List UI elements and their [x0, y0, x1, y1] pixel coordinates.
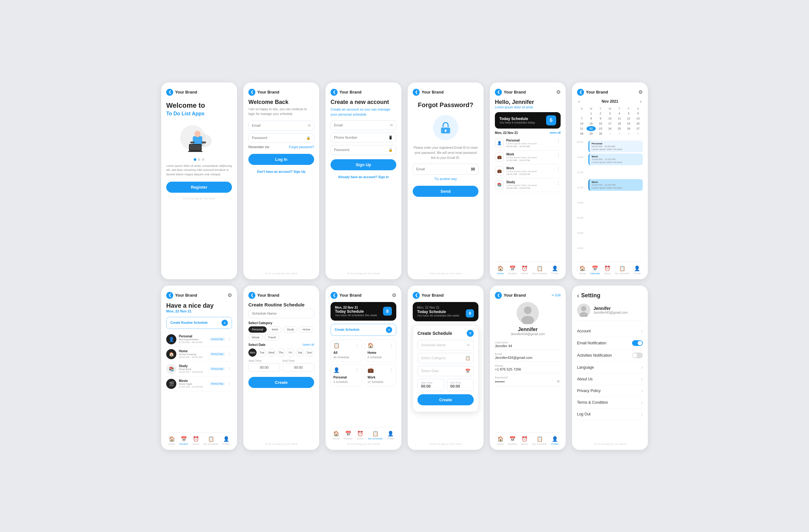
- nav-active[interactable]: ⏰ Active: [521, 265, 528, 275]
- cal-day-3[interactable]: 3: [624, 131, 634, 136]
- email-input[interactable]: [334, 123, 390, 127]
- day-mon[interactable]: Mon: [248, 349, 257, 357]
- date-field[interactable]: Select Date 📅: [417, 366, 474, 376]
- send-button[interactable]: Send: [413, 186, 479, 197]
- settings-privacy-policy[interactable]: Privacy Policy ›: [577, 385, 643, 397]
- schedule-all[interactable]: 📋 ⋮ All 48 Schedule: [330, 340, 362, 362]
- schedule-name-input[interactable]: [248, 309, 314, 318]
- settings-language[interactable]: Language ›: [577, 362, 643, 373]
- start-time-input[interactable]: [248, 363, 280, 372]
- create-schedule-button[interactable]: Create Schedule +: [330, 324, 396, 336]
- cal-day-2[interactable]: 2: [596, 111, 605, 116]
- cal-day-20[interactable]: 20: [633, 121, 643, 126]
- show-password-icon[interactable]: 👁: [556, 379, 561, 384]
- options-icon[interactable]: ⋮: [227, 352, 232, 357]
- cal-day-25[interactable]: 25: [615, 126, 624, 131]
- create-routine-button[interactable]: Create Routine Schedule +: [166, 317, 232, 329]
- cal-day-22[interactable]: 22: [587, 126, 596, 131]
- cal-day-23[interactable]: 23: [596, 126, 605, 131]
- nav-routine[interactable]: 📅 Routine: [508, 265, 517, 275]
- cal-day-7[interactable]: 7: [577, 116, 587, 121]
- cal-day-10[interactable]: 10: [605, 116, 615, 121]
- phone-field[interactable]: 📱: [330, 133, 396, 142]
- cat-home[interactable]: Home: [299, 326, 313, 333]
- settings-icon[interactable]: ⚙: [227, 292, 232, 298]
- category-field[interactable]: Select Category 📋: [417, 353, 474, 363]
- day-thu[interactable]: Thu: [277, 349, 285, 357]
- signin-link[interactable]: Sign In: [378, 175, 389, 179]
- cal-day-12[interactable]: 12: [624, 116, 634, 121]
- cal-day-1[interactable]: 1: [587, 111, 596, 116]
- close-button[interactable]: ✕: [467, 330, 474, 337]
- email-field[interactable]: ✉: [330, 120, 396, 130]
- settings-account[interactable]: Account ›: [577, 325, 643, 337]
- schedule-home[interactable]: 🏠 ⋮ Home 8 Schedule: [365, 340, 396, 362]
- cal-day-4[interactable]: 4: [633, 131, 643, 136]
- cal-day-8[interactable]: 8: [587, 116, 596, 121]
- options-icon[interactable]: ⋮: [355, 343, 359, 348]
- options-icon[interactable]: ⋮: [556, 166, 561, 172]
- cat-movie[interactable]: Movie: [248, 334, 263, 340]
- settings-icon[interactable]: ⚙: [638, 89, 643, 95]
- cal-day-21[interactable]: 21: [577, 126, 587, 131]
- cal-day-28[interactable]: 28: [577, 131, 587, 136]
- email-input[interactable]: [416, 167, 471, 171]
- nav-profile[interactable]: 👤 Profile: [551, 436, 558, 445]
- cat-travel[interactable]: Travel: [264, 334, 279, 340]
- nav-profile[interactable]: 👤 Profile: [551, 265, 558, 275]
- day-fri[interactable]: Fri: [286, 349, 294, 357]
- options-icon[interactable]: ⋮: [389, 368, 393, 372]
- day-tue[interactable]: Tue: [258, 349, 266, 357]
- nav-home[interactable]: 🏠 Home: [333, 430, 339, 440]
- nav-home[interactable]: 🏠 Home: [579, 265, 586, 275]
- cat-work[interactable]: Work: [268, 326, 282, 333]
- email-input[interactable]: [252, 124, 308, 127]
- cal-day-3[interactable]: 3: [605, 111, 615, 116]
- nav-routine[interactable]: 📅 Routine: [344, 430, 353, 440]
- options-icon[interactable]: ⋮: [556, 139, 561, 144]
- cal-day-19[interactable]: 19: [624, 121, 634, 126]
- email-field[interactable]: ✉: [248, 121, 314, 130]
- schedule-personal[interactable]: 👤 ⋮ Personal 5 Schedule: [330, 364, 362, 386]
- cal-day-9[interactable]: 9: [596, 116, 605, 121]
- try-another-link[interactable]: Try another way: [413, 177, 479, 181]
- nav-home[interactable]: 🏠 Home: [497, 265, 504, 275]
- email-field[interactable]: ✉: [413, 164, 479, 175]
- nav-home[interactable]: 🏠 Home: [169, 436, 175, 445]
- settings-icon[interactable]: ⚙: [392, 292, 396, 298]
- cal-day-1[interactable]: 1: [605, 131, 615, 136]
- event-work2[interactable]: Work 14:00 PM - 15:00 PM Lorem ipsum dol…: [588, 179, 643, 191]
- today-schedule-card[interactable]: Today Schedule You have 8 schedules toda…: [495, 112, 561, 128]
- end-time-block[interactable]: End Time 00:00: [447, 379, 474, 391]
- register-button[interactable]: Register: [166, 182, 232, 193]
- settings-terms[interactable]: Terms & Condition ›: [577, 397, 643, 408]
- cal-day-null[interactable]: [577, 111, 587, 116]
- cal-day-14[interactable]: 14: [577, 121, 587, 126]
- options-icon[interactable]: ⋮: [227, 367, 232, 372]
- nav-profile[interactable]: 👤 Profile: [387, 430, 394, 440]
- cal-day-15[interactable]: 15: [587, 121, 596, 126]
- next-month-button[interactable]: ›: [639, 99, 643, 104]
- more-all-link[interactable]: more all: [550, 131, 561, 135]
- event-personal[interactable]: Personal 09:00 AM - 10:00 AM Lorem ipsum…: [588, 141, 643, 152]
- options-icon[interactable]: ⋮: [227, 337, 232, 342]
- nav-active[interactable]: ⏰ Active: [357, 430, 364, 440]
- signup-link[interactable]: Sign Up: [294, 170, 306, 174]
- start-time-block[interactable]: Start Time 00:00: [417, 379, 444, 391]
- nav-myschedule[interactable]: 📋 My Schedule: [368, 430, 383, 440]
- cal-day-27[interactable]: 27: [633, 126, 643, 131]
- end-time-input[interactable]: [282, 363, 314, 372]
- cat-study[interactable]: Study: [283, 326, 297, 333]
- cal-day-4[interactable]: 4: [615, 111, 624, 116]
- day-sat[interactable]: Sat: [296, 349, 304, 357]
- options-icon[interactable]: ⋮: [556, 153, 561, 158]
- schedule-name-field[interactable]: Schedule Name ✏: [417, 340, 474, 350]
- settings-icon[interactable]: ⚙: [556, 89, 561, 95]
- settings-email-notification[interactable]: Email Notification: [577, 337, 643, 350]
- phone-input[interactable]: [334, 136, 389, 139]
- nav-myschedule[interactable]: 📋 My Schedule: [615, 265, 630, 275]
- nav-profile[interactable]: 👤 Profile: [222, 436, 230, 445]
- day-wed[interactable]: Wed: [268, 349, 276, 357]
- login-button[interactable]: Log In: [248, 154, 314, 165]
- cat-personal[interactable]: Personal: [248, 326, 267, 333]
